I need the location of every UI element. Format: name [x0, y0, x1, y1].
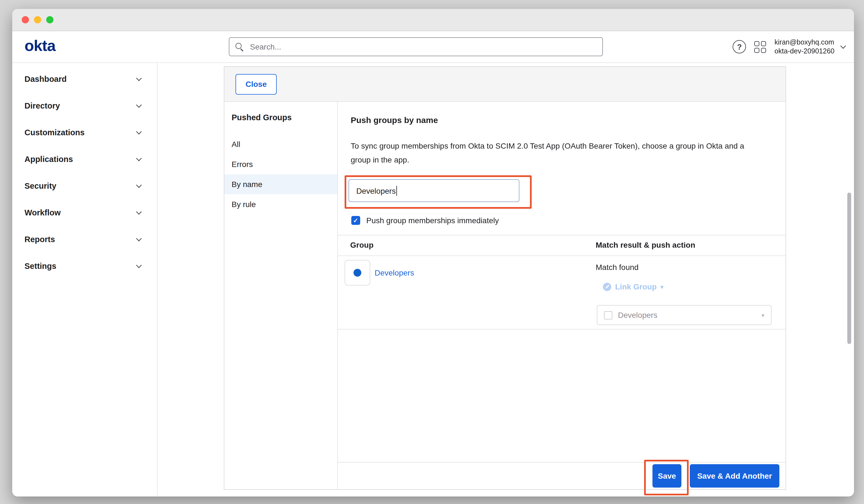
sidebar-item-label: Security: [24, 181, 56, 190]
sidebar-item-workflow[interactable]: Workflow: [12, 199, 157, 226]
sidebar-item-label: Customizations: [24, 128, 85, 137]
account-email: kiran@boxyhq.com: [775, 38, 835, 47]
sidebar-item-label: Directory: [24, 101, 60, 110]
divider: [338, 255, 785, 256]
chevron-down-icon: [136, 129, 142, 134]
app-header: okta ? kiran@boxyhq.com okta-dev-2090126…: [12, 31, 854, 63]
apps-grid-icon[interactable]: [755, 41, 766, 52]
search-icon: [236, 43, 244, 51]
divider: [338, 235, 785, 236]
sidebar-item-security[interactable]: Security: [12, 172, 157, 199]
group-icon: [345, 260, 370, 286]
page-root: okta ? kiran@boxyhq.com okta-dev-2090126…: [0, 0, 864, 504]
main-area: Close Pushed Groups All Errors By name B…: [158, 63, 854, 496]
push-by-name-panel: Push groups by name To sync group member…: [338, 102, 785, 490]
account-org: okta-dev-20901260: [775, 47, 835, 56]
chevron-down-icon: [136, 209, 142, 215]
sidebar-item-reports[interactable]: Reports: [12, 226, 157, 253]
chevron-down-icon: [136, 156, 142, 161]
card-body: Pushed Groups All Errors By name By rule…: [224, 102, 785, 490]
pushed-groups-subnav: Pushed Groups All Errors By name By rule: [224, 102, 338, 490]
group-name-link[interactable]: Developers: [375, 268, 414, 277]
group-name-input[interactable]: Developers: [348, 179, 519, 202]
chevron-down-icon: [136, 75, 142, 81]
chevron-down-icon: [136, 182, 142, 188]
sidebar-item-label: Reports: [24, 235, 55, 244]
chevron-down-icon: [840, 43, 846, 49]
save-add-another-button[interactable]: Save & Add Another: [690, 464, 779, 488]
window-zoom-button[interactable]: [46, 16, 53, 23]
mapped-group-select[interactable]: Developers ▾: [597, 305, 771, 325]
panel-description: To sync group memberships from Okta to S…: [351, 139, 764, 167]
caret-down-icon: ▾: [661, 284, 663, 290]
chevron-down-icon: [136, 236, 142, 241]
search-bar[interactable]: [229, 37, 603, 56]
account-menu[interactable]: kiran@boxyhq.com okta-dev-20901260: [775, 38, 845, 56]
checkbox-label: Push group memberships immediately: [366, 216, 499, 225]
window-titlebar: [12, 9, 854, 31]
text-caret: [396, 185, 397, 196]
match-status: Match found: [596, 263, 638, 272]
subnav-item-all[interactable]: All: [224, 134, 337, 154]
sidebar-item-directory[interactable]: Directory: [12, 92, 157, 119]
vertical-scrollbar[interactable]: [847, 193, 851, 344]
sidebar-item-settings[interactable]: Settings: [12, 253, 157, 279]
panel-title: Push groups by name: [351, 115, 438, 125]
window-minimize-button[interactable]: [34, 16, 41, 23]
subnav-item-by-name[interactable]: By name: [224, 174, 337, 194]
chevron-down-icon: [136, 262, 142, 268]
close-button[interactable]: Close: [236, 74, 277, 94]
subnav-item-by-rule[interactable]: By rule: [224, 194, 337, 214]
body-row: Dashboard Directory Customizations Appli…: [12, 63, 854, 496]
card-toolbar: Close: [224, 67, 785, 102]
group-name-input-value: Developers: [356, 186, 396, 195]
link-group-action[interactable]: Link Group ▾: [603, 282, 663, 291]
mapped-group-value: Developers: [618, 311, 658, 320]
push-groups-card: Close Pushed Groups All Errors By name B…: [224, 66, 786, 490]
caret-down-icon: ▾: [761, 312, 764, 318]
sidebar-item-label: Dashboard: [24, 75, 67, 84]
account-info: kiran@boxyhq.com okta-dev-20901260: [775, 38, 835, 56]
divider: [338, 329, 785, 329]
search-input[interactable]: [249, 42, 596, 52]
subnav-item-errors[interactable]: Errors: [224, 154, 337, 174]
window-close-button[interactable]: [22, 16, 29, 23]
sidebar-item-customizations[interactable]: Customizations: [12, 119, 157, 146]
help-icon[interactable]: ?: [733, 40, 746, 53]
link-icon: [603, 283, 611, 291]
sidebar-item-label: Settings: [24, 262, 56, 271]
sidebar-item-label: Applications: [24, 155, 73, 164]
subnav-title: Pushed Groups: [224, 109, 337, 134]
column-header-match: Match result & push action: [596, 240, 695, 249]
okta-admin-window: okta ? kiran@boxyhq.com okta-dev-2090126…: [12, 9, 854, 496]
sidebar-item-label: Workflow: [24, 208, 61, 217]
link-group-label: Link Group: [615, 282, 657, 291]
push-immediately-row[interactable]: ✓ Push group memberships immediately: [351, 216, 499, 225]
group-donut-icon: [353, 269, 361, 277]
sidebar: Dashboard Directory Customizations Appli…: [12, 63, 158, 496]
sidebar-item-applications[interactable]: Applications: [12, 146, 157, 172]
header-actions: ? kiran@boxyhq.com okta-dev-20901260: [733, 31, 845, 62]
sidebar-item-dashboard[interactable]: Dashboard: [12, 66, 157, 92]
column-header-group: Group: [350, 240, 374, 249]
save-button[interactable]: Save: [652, 464, 681, 488]
okta-logo: okta: [24, 37, 56, 55]
divider: [338, 462, 785, 463]
group-placeholder-icon: [604, 311, 612, 319]
checkbox-checked-icon[interactable]: ✓: [351, 216, 360, 225]
chevron-down-icon: [136, 102, 142, 108]
